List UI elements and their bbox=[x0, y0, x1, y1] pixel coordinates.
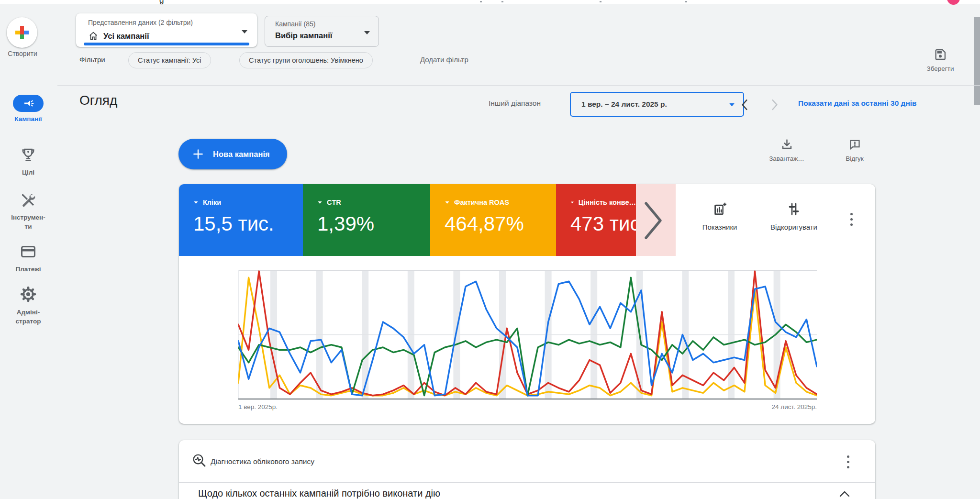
overview-chart[interactable] bbox=[238, 269, 817, 401]
sidebar-item-label: Кампанії bbox=[0, 114, 56, 123]
show-last-30-days-link[interactable]: Показати дані за останні 30 днів bbox=[798, 99, 917, 108]
metric-label: Кліки bbox=[203, 199, 221, 206]
sidebar-item-billing[interactable]: Платежі bbox=[0, 243, 56, 274]
date-range-picker[interactable]: 1 вер. – 24 лист. 2025 р. bbox=[570, 92, 744, 117]
tools-icon bbox=[20, 191, 37, 209]
scroll-metrics-right-button[interactable] bbox=[640, 200, 665, 244]
metric-card-ctr[interactable]: CTR 1,39% bbox=[303, 184, 430, 256]
campaign-select-dropdown[interactable]: Кампанії (85) Вибір кампанії bbox=[265, 16, 379, 47]
metric-value: 473 тис. bbox=[570, 212, 636, 235]
gear-icon bbox=[19, 285, 37, 303]
new-campaign-label: Нова кампанія bbox=[213, 150, 270, 159]
sliders-icon bbox=[786, 201, 802, 217]
plus-icon bbox=[15, 26, 29, 39]
card-icon bbox=[20, 243, 37, 260]
page-title: Огляд bbox=[79, 93, 117, 108]
add-filter-button[interactable]: Додати фільтр bbox=[420, 55, 468, 64]
chevron-down-icon bbox=[363, 30, 371, 35]
next-range-button[interactable] bbox=[765, 95, 785, 115]
account-diagnostics-card: Діагностика облікового запису Щодо кільк… bbox=[179, 440, 875, 499]
sidebar-item-admin[interactable]: Адміні- стратор bbox=[0, 285, 56, 326]
x-axis-end-label: 24 лист. 2025р. bbox=[772, 403, 817, 410]
sidebar-item-label: Платежі bbox=[0, 265, 56, 274]
create-button[interactable] bbox=[7, 17, 37, 48]
metric-label: Фактична ROAS bbox=[454, 199, 509, 206]
divider bbox=[179, 482, 875, 483]
metric-label: CTR bbox=[327, 199, 341, 206]
topbar-sliver bbox=[0, 0, 980, 4]
chevron-up-icon bbox=[839, 490, 850, 498]
caret-down-icon bbox=[445, 200, 450, 204]
diagnostics-header[interactable]: Діагностика облікового запису bbox=[179, 440, 875, 482]
campaign-select-label: Кампанії (85) bbox=[275, 20, 315, 28]
metric-card-roas[interactable]: Фактична ROAS 464,87% bbox=[430, 184, 556, 256]
sidebar-item-label-line2: стратор bbox=[0, 317, 56, 326]
filter-chip-campaign-status[interactable]: Статус кампанії: Усі bbox=[128, 52, 211, 68]
trophy-icon bbox=[20, 146, 37, 164]
metrics-chart-icon bbox=[712, 201, 727, 217]
adjust-button[interactable]: Відкоригувати bbox=[758, 201, 830, 231]
metric-card-clicks[interactable]: Кліки 15,5 тис. bbox=[179, 184, 303, 256]
metric-value: 1,39% bbox=[317, 212, 430, 235]
caret-down-icon bbox=[193, 200, 199, 204]
previous-range-button[interactable] bbox=[735, 95, 755, 115]
caret-down-icon bbox=[317, 200, 323, 204]
home-icon bbox=[88, 31, 99, 41]
collapse-button[interactable] bbox=[839, 490, 850, 499]
megaphone-icon bbox=[13, 95, 44, 112]
avatar[interactable] bbox=[947, 0, 960, 5]
sidebar-item-tools[interactable]: Інструмен- ти bbox=[0, 191, 56, 231]
date-range-label: Інший діапазон bbox=[489, 99, 541, 108]
feedback-icon bbox=[848, 138, 861, 151]
metric-card-conversion-value[interactable]: Цінність конве… 473 тис. bbox=[556, 184, 636, 256]
topbar-fragment bbox=[480, 1, 482, 2]
feedback-button[interactable]: Відгук bbox=[826, 138, 883, 162]
diagnostics-icon bbox=[191, 453, 207, 468]
caret-down-icon bbox=[570, 200, 574, 204]
metrics-button-label: Показники bbox=[684, 223, 756, 231]
divider bbox=[57, 85, 980, 86]
diagnostics-alert-text: Щодо кількох останніх кампаній потрібно … bbox=[198, 488, 440, 499]
sidebar-item-label: Цілі bbox=[0, 168, 56, 177]
topbar-fragment bbox=[600, 1, 601, 2]
x-axis-start-label: 1 вер. 2025р. bbox=[238, 403, 278, 410]
sidebar-item-label: Адміні- bbox=[0, 308, 56, 317]
sidebar: Створити Кампанії Цілі bbox=[0, 0, 57, 499]
sidebar-item-goals[interactable]: Цілі bbox=[0, 146, 56, 177]
metric-value: 15,5 тис. bbox=[193, 212, 303, 235]
diagnostics-title: Діагностика облікового запису bbox=[211, 457, 314, 466]
scrollbar[interactable] bbox=[974, 17, 980, 105]
topbar-fragment bbox=[685, 1, 687, 2]
active-view-indicator bbox=[84, 43, 249, 45]
sidebar-item-label: Інструмен- bbox=[0, 213, 56, 222]
feedback-label: Відгук bbox=[826, 155, 883, 162]
topbar-clipped-text: g bbox=[159, 0, 171, 6]
overview-summary-card: Кліки 15,5 тис. CTR 1,39% Фактична ROAS … bbox=[179, 184, 875, 424]
topbar-fragment bbox=[501, 1, 503, 2]
card-menu-button[interactable] bbox=[845, 208, 858, 230]
chevron-right-icon bbox=[640, 200, 665, 242]
download-icon bbox=[780, 138, 793, 151]
chevron-down-icon bbox=[241, 29, 248, 34]
metrics-button[interactable]: Показники bbox=[684, 201, 756, 231]
save-button[interactable]: Зберегти bbox=[912, 48, 969, 72]
metric-value: 464,87% bbox=[445, 212, 556, 235]
adjust-button-label: Відкоригувати bbox=[758, 223, 830, 231]
save-icon bbox=[934, 48, 947, 61]
diagnostics-menu-button[interactable] bbox=[842, 451, 854, 473]
sidebar-item-campaigns[interactable]: Кампанії bbox=[0, 95, 56, 123]
data-view-value: Усі кампанії bbox=[103, 32, 149, 41]
filters-label: Фільтри bbox=[79, 55, 105, 64]
filter-chip-adgroup-status[interactable]: Статус групи оголошень: Увімкнено bbox=[239, 52, 373, 68]
new-campaign-button[interactable]: Нова кампанія bbox=[178, 139, 287, 169]
campaign-select-value: Вибір кампанії bbox=[275, 31, 332, 40]
download-label: Завантаж… bbox=[758, 155, 815, 162]
data-view-label: Представлення даних (2 фільтри) bbox=[88, 19, 193, 26]
sidebar-item-label-line2: ти bbox=[0, 222, 56, 231]
metric-label: Цінність конве… bbox=[579, 199, 636, 206]
google-ads-overview-page: g Створити Кампанії bbox=[0, 0, 980, 499]
save-label: Зберегти bbox=[912, 65, 969, 72]
date-range-value: 1 вер. – 24 лист. 2025 р. bbox=[581, 100, 667, 109]
data-view-dropdown[interactable]: Представлення даних (2 фільтри) Усі камп… bbox=[76, 13, 257, 47]
download-button[interactable]: Завантаж… bbox=[758, 138, 815, 162]
